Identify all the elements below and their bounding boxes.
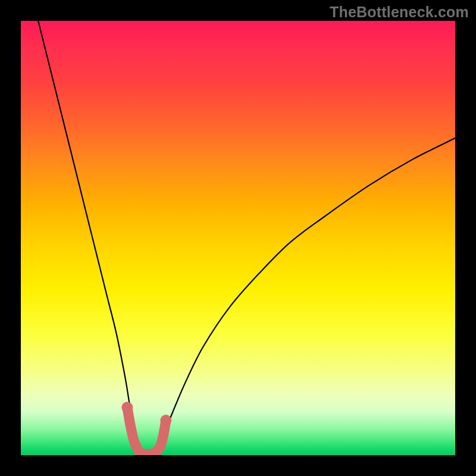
curve-layer (21, 21, 455, 455)
highlight-end-dot (160, 415, 171, 426)
near-optimal-band (127, 408, 166, 455)
plot-area (21, 21, 455, 455)
bottleneck-curve (38, 21, 455, 453)
chart-frame: TheBottleneck.com (0, 0, 476, 476)
watermark-text: TheBottleneck.com (330, 4, 469, 21)
highlight-end-dot (121, 402, 133, 413)
